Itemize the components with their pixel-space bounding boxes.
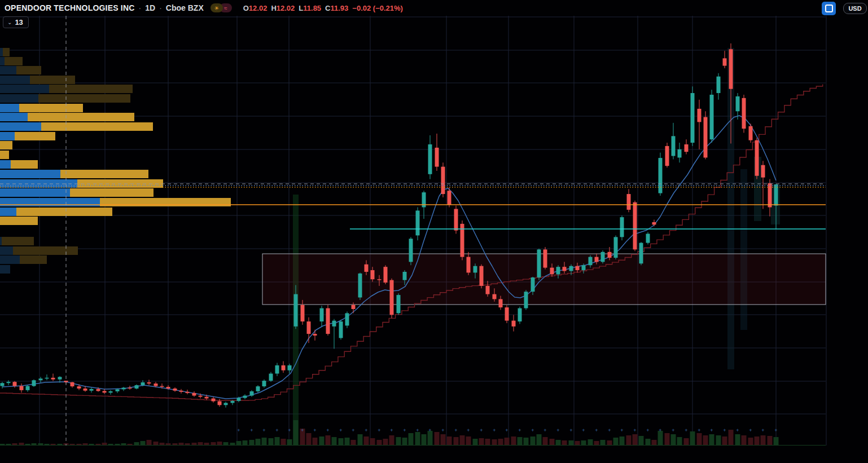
candle[interactable]: [371, 270, 375, 279]
candle[interactable]: [486, 286, 490, 294]
candle[interactable]: [441, 167, 445, 194]
candle[interactable]: [352, 305, 356, 309]
candle[interactable]: [397, 295, 401, 313]
candle[interactable]: [569, 266, 573, 271]
candle[interactable]: [563, 267, 567, 271]
candle[interactable]: [166, 387, 170, 389]
candle[interactable]: [141, 382, 145, 385]
candle[interactable]: [39, 378, 43, 380]
candle[interactable]: [755, 140, 759, 176]
candle[interactable]: [710, 95, 714, 139]
candle[interactable]: [698, 109, 702, 122]
candle[interactable]: [742, 98, 746, 129]
candle[interactable]: [608, 252, 612, 258]
candle[interactable]: [135, 385, 139, 389]
candle[interactable]: [659, 158, 663, 193]
candle[interactable]: [428, 144, 432, 174]
candle[interactable]: [231, 401, 235, 403]
candle[interactable]: [531, 277, 535, 292]
candle[interactable]: [474, 266, 477, 273]
candle[interactable]: [199, 396, 203, 397]
chart-canvas[interactable]: ++++++++++++++++++++++++++++++++++++++++…: [0, 0, 868, 463]
candle[interactable]: [723, 58, 727, 65]
candle[interactable]: [301, 305, 305, 321]
indicator-legend-chip[interactable]: ⌄ 13: [3, 16, 29, 28]
candle[interactable]: [582, 265, 586, 270]
candle[interactable]: [729, 49, 733, 89]
candle[interactable]: [13, 382, 17, 386]
candle[interactable]: [294, 294, 298, 327]
candle[interactable]: [704, 117, 708, 158]
candle[interactable]: [448, 191, 451, 205]
candle[interactable]: [122, 387, 126, 389]
candle[interactable]: [103, 391, 107, 393]
candle[interactable]: [250, 391, 254, 396]
candle[interactable]: [365, 264, 369, 272]
candle[interactable]: [116, 389, 120, 391]
candle[interactable]: [691, 93, 695, 143]
candle[interactable]: [1, 383, 5, 386]
candle[interactable]: [313, 334, 317, 336]
candle[interactable]: [320, 308, 324, 321]
candle[interactable]: [237, 398, 241, 401]
candle[interactable]: [390, 280, 394, 315]
candle[interactable]: [7, 382, 11, 383]
candle[interactable]: [71, 382, 74, 386]
symbol-header[interactable]: OPENDOOR TECHNOLOGIES INC · 1D · Cboe BZ…: [5, 3, 403, 12]
candle[interactable]: [672, 136, 676, 156]
candle[interactable]: [685, 144, 689, 152]
candle[interactable]: [499, 299, 503, 307]
candle[interactable]: [505, 307, 509, 320]
candle[interactable]: [77, 386, 81, 389]
candle[interactable]: [639, 243, 643, 264]
candle[interactable]: [45, 378, 49, 378]
candle[interactable]: [256, 386, 260, 391]
candle[interactable]: [467, 257, 471, 273]
candle[interactable]: [20, 386, 24, 390]
candle[interactable]: [282, 365, 286, 371]
symbol-title[interactable]: OPENDOOR TECHNOLOGIES INC: [5, 3, 135, 12]
candle[interactable]: [614, 237, 618, 258]
candle[interactable]: [307, 321, 311, 334]
candle[interactable]: [633, 202, 637, 250]
candle[interactable]: [550, 268, 554, 275]
candle[interactable]: [736, 96, 740, 111]
candle[interactable]: [218, 402, 222, 405]
candle[interactable]: [543, 249, 547, 267]
candle[interactable]: [326, 308, 330, 334]
instant-order-button[interactable]: [822, 2, 836, 15]
candle[interactable]: [749, 126, 753, 140]
candle[interactable]: [646, 233, 650, 242]
candle[interactable]: [243, 396, 247, 398]
candle[interactable]: [275, 365, 279, 374]
candle[interactable]: [761, 165, 765, 178]
candle[interactable]: [84, 389, 87, 391]
candle[interactable]: [51, 378, 55, 380]
candle[interactable]: [665, 146, 669, 166]
candle[interactable]: [589, 257, 593, 266]
candle[interactable]: [128, 387, 132, 388]
candle[interactable]: [678, 149, 682, 158]
candle[interactable]: [97, 389, 100, 391]
currency-toggle-button[interactable]: USD: [843, 3, 867, 14]
candle[interactable]: [269, 373, 273, 381]
candle[interactable]: [556, 267, 560, 274]
candle[interactable]: [493, 294, 497, 299]
candle[interactable]: [109, 391, 113, 393]
candle[interactable]: [224, 403, 228, 405]
candle[interactable]: [435, 148, 439, 167]
candle[interactable]: [339, 321, 343, 338]
candle[interactable]: [345, 313, 349, 325]
candle[interactable]: [262, 381, 266, 386]
interval-label[interactable]: 1D: [145, 3, 155, 12]
candle[interactable]: [384, 267, 388, 283]
candle[interactable]: [652, 222, 656, 224]
candle[interactable]: [205, 397, 209, 399]
candle[interactable]: [32, 380, 36, 386]
candle[interactable]: [179, 391, 183, 392]
candle[interactable]: [332, 321, 336, 327]
candle[interactable]: [601, 252, 605, 262]
candle[interactable]: [595, 257, 599, 262]
candle[interactable]: [160, 386, 164, 387]
candle[interactable]: [378, 279, 382, 280]
